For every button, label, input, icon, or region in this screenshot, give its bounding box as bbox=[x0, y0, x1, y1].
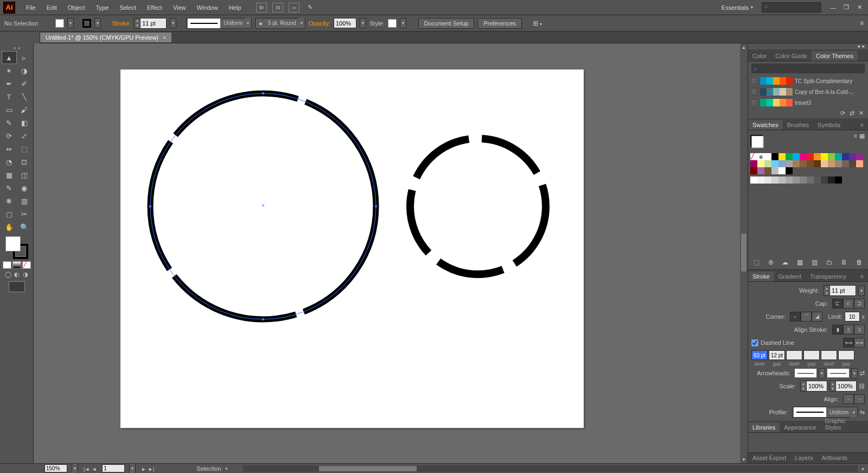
gradient-mode-icon[interactable] bbox=[12, 261, 21, 269]
zoom-dropdown[interactable] bbox=[72, 463, 78, 473]
weight-dropdown[interactable] bbox=[858, 286, 865, 296]
arrow-start-dropdown[interactable] bbox=[795, 369, 816, 377]
fill-stroke-indicator[interactable] bbox=[5, 236, 28, 259]
swatch-grid[interactable]: ╱⊕ bbox=[748, 152, 868, 175]
graph-tool[interactable]: ▥ bbox=[17, 195, 31, 207]
free-transform-tool[interactable]: ⬚ bbox=[17, 143, 31, 155]
weight-field[interactable]: ▲▼ bbox=[824, 285, 856, 296]
artboard[interactable]: × bbox=[120, 70, 584, 428]
tab-artboards[interactable]: Artboards bbox=[817, 453, 852, 463]
gap-2[interactable] bbox=[803, 350, 820, 360]
lib-icon-1[interactable]: ⬚ bbox=[754, 258, 760, 266]
lib-icon-2[interactable]: ⊕ bbox=[768, 258, 774, 266]
search-input[interactable]: ⌕ bbox=[762, 2, 821, 12]
align-center-icon[interactable]: ▮ bbox=[832, 325, 843, 335]
pencil-tool[interactable]: ✎ bbox=[2, 117, 16, 129]
cap-projecting-icon[interactable]: ⊐ bbox=[854, 299, 865, 308]
tab-stroke[interactable]: Stroke bbox=[748, 272, 774, 281]
draw-behind-icon[interactable]: ◐ bbox=[13, 270, 21, 278]
align-inside-icon[interactable]: ▯ bbox=[843, 325, 854, 335]
close-button[interactable]: ✕ bbox=[854, 4, 865, 11]
tab-transparency[interactable]: Transparency bbox=[806, 272, 851, 281]
hscroll-thumb[interactable] bbox=[319, 466, 417, 471]
scale-tool[interactable]: ⤢ bbox=[17, 130, 31, 142]
opacity-label[interactable]: Opacity: bbox=[309, 20, 330, 27]
align-icon[interactable]: ⊞ ▾ bbox=[533, 20, 542, 27]
symbol-sprayer-tool[interactable]: ❋ bbox=[2, 195, 16, 207]
menu-effect[interactable]: Effect bbox=[142, 2, 168, 13]
stock-icon[interactable]: St bbox=[272, 3, 283, 12]
zoom-tool[interactable]: 🔍 bbox=[17, 221, 31, 233]
align-tip-icon[interactable]: → bbox=[843, 394, 854, 404]
tab-color-themes[interactable]: Color Themes bbox=[812, 51, 858, 61]
blend-tool[interactable]: ◉ bbox=[17, 182, 31, 194]
round-join-icon[interactable]: ⌒ bbox=[801, 312, 812, 321]
menu-file[interactable]: File bbox=[21, 2, 41, 13]
dash-align-icon[interactable]: ⟷ bbox=[854, 338, 865, 348]
perspective-tool[interactable]: ⊡ bbox=[17, 156, 31, 168]
lib-icon-7[interactable]: 🗎 bbox=[841, 258, 847, 266]
cap-round-icon[interactable]: ⊂ bbox=[843, 299, 854, 308]
artboard-nav-fwd[interactable]: ►►| bbox=[140, 465, 155, 472]
opacity-dropdown[interactable] bbox=[360, 18, 366, 28]
close-panel-icon[interactable]: ✕ bbox=[859, 110, 864, 117]
corner-buttons[interactable]: ⌐ ⌒ ◢ bbox=[790, 312, 822, 321]
menu-help[interactable]: Help bbox=[224, 2, 247, 13]
stroke-weight-field[interactable]: ▲▼ bbox=[134, 18, 167, 29]
scroll-up-icon[interactable]: ▲ bbox=[740, 43, 748, 51]
miter-join-icon[interactable]: ⌐ bbox=[790, 312, 801, 321]
opacity-field[interactable] bbox=[334, 18, 356, 28]
menu-select[interactable]: Select bbox=[114, 2, 142, 13]
artboard-number-field[interactable] bbox=[102, 464, 125, 472]
tab-brushes[interactable]: Brushes bbox=[783, 120, 813, 130]
limit-field[interactable] bbox=[845, 312, 860, 321]
link-icon[interactable]: ⇄ bbox=[850, 110, 854, 117]
hand-tool[interactable]: ✋ bbox=[2, 221, 16, 233]
draw-normal-icon[interactable]: ◯ bbox=[4, 270, 12, 278]
gradient-tool[interactable]: ◫ bbox=[17, 169, 31, 181]
dash-preserve-icon[interactable]: ⟷ bbox=[843, 338, 854, 348]
dashed-line-checkbox[interactable]: Dashed Line bbox=[751, 339, 794, 346]
close-tab-icon[interactable]: × bbox=[163, 34, 166, 41]
stroke-weight-dropdown[interactable] bbox=[170, 18, 176, 28]
minimize-button[interactable]: — bbox=[828, 4, 839, 11]
stroke-panel-menu-icon[interactable]: ≡ bbox=[856, 272, 868, 281]
tab-color-guide[interactable]: Color Guide bbox=[771, 51, 812, 61]
shape-builder-tool[interactable]: ◔ bbox=[2, 156, 16, 168]
rotate-tool[interactable]: ⟳ bbox=[2, 130, 16, 142]
scale-end-field[interactable]: ▲▼ bbox=[829, 381, 857, 392]
style-swatch[interactable] bbox=[388, 19, 397, 28]
lib-icon-6[interactable]: 🗀 bbox=[826, 258, 833, 266]
lib-icon-4[interactable]: ▦ bbox=[797, 258, 803, 266]
maximize-button[interactable]: ❐ bbox=[841, 4, 852, 11]
lasso-tool[interactable]: ◑ bbox=[17, 65, 31, 77]
refresh-icon[interactable]: ⟳ bbox=[840, 110, 845, 117]
magic-wand-tool[interactable]: ✴ bbox=[2, 65, 16, 77]
swap-arrows-icon[interactable]: ⇄ bbox=[860, 370, 865, 377]
menu-view[interactable]: View bbox=[168, 2, 192, 13]
dash-gap-inputs[interactable] bbox=[751, 349, 865, 361]
gray-swatch-row[interactable] bbox=[748, 175, 868, 185]
menu-window[interactable]: Window bbox=[192, 2, 224, 13]
curvature-tool[interactable]: ✐ bbox=[17, 78, 31, 90]
workspace-switcher[interactable]: Essentials▾ bbox=[716, 3, 758, 12]
scale-start-field[interactable]: ▲▼ bbox=[800, 381, 827, 392]
flip-profile-icon[interactable]: ⇋ bbox=[860, 409, 865, 416]
stroke-label[interactable]: Stroke: bbox=[112, 20, 131, 27]
cap-buttons[interactable]: ⊏ ⊂ ⊐ bbox=[832, 299, 865, 308]
screen-mode-button[interactable] bbox=[9, 281, 25, 292]
menu-edit[interactable]: Edit bbox=[41, 2, 62, 13]
favorite-icon[interactable]: ♡ bbox=[751, 99, 758, 106]
stroke-swatch-dropdown[interactable] bbox=[94, 18, 101, 28]
list-view-icon[interactable]: ≡ bbox=[854, 133, 857, 150]
bevel-join-icon[interactable]: ◢ bbox=[812, 312, 822, 321]
brush-dropdown[interactable]: ● 5 pt. Round bbox=[255, 18, 305, 29]
paintbrush-tool[interactable]: 🖌 bbox=[17, 104, 31, 116]
zoom-field[interactable] bbox=[44, 464, 67, 472]
tab-color[interactable]: Color bbox=[748, 51, 771, 61]
tab-asset-export[interactable]: Asset Export bbox=[748, 453, 790, 463]
type-tool[interactable]: T bbox=[2, 91, 16, 103]
draw-inside-icon[interactable]: ◑ bbox=[22, 270, 29, 278]
align-path-icon[interactable]: → bbox=[854, 394, 865, 404]
tab-libraries[interactable]: Libraries bbox=[748, 422, 780, 432]
